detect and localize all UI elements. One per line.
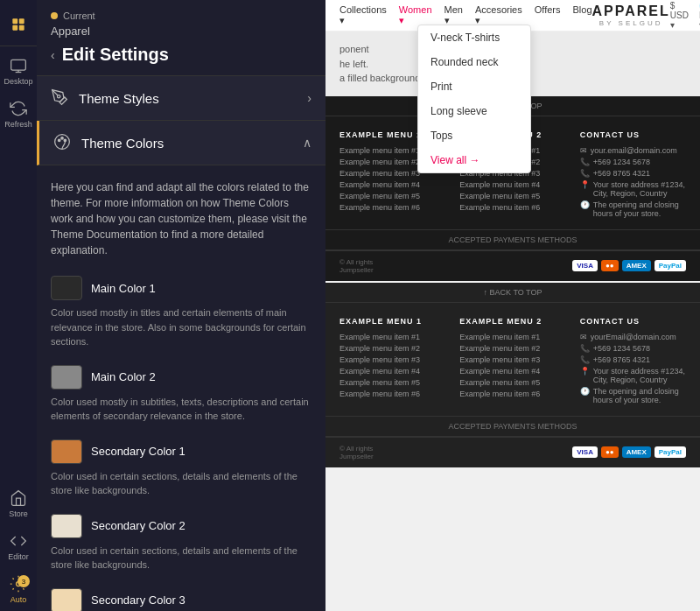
nav-men[interactable]: Men ▾ <box>444 4 463 26</box>
footer2-col-menu1: EXAMPLE MENU 1 Example menu item #1 Exam… <box>340 317 445 407</box>
footer2-col1-title: EXAMPLE MENU 1 <box>340 317 445 326</box>
footer-bottom-1: © All rights Jumpseller VISA ●● AMEX Pay… <box>326 250 700 281</box>
color-item-main-2: Main Color 2 Color used mostly in subtit… <box>51 365 312 424</box>
pay-amex-2: AMEX <box>622 446 651 458</box>
sidebar-label-store: Store <box>9 509 28 518</box>
dropdown-item-tops[interactable]: Tops <box>418 123 530 148</box>
sidebar-item-desktop[interactable]: Desktop <box>0 50 37 93</box>
nav-accessories[interactable]: Accesories ▾ <box>475 4 522 26</box>
section-label-theme-colors: Theme Colors <box>81 136 164 151</box>
store-footer-2: ↑ BACK TO TOP EXAMPLE MENU 1 Example men… <box>326 283 700 467</box>
color-header-sec-2: Secondary Color 2 <box>51 514 312 538</box>
color-swatch-sec-1[interactable] <box>51 439 82 464</box>
color-swatch-sec-3[interactable] <box>51 588 82 612</box>
color-item-secondary-1: Secondary Color 1 Color used in certain … <box>51 439 312 498</box>
pay-visa-1: VISA <box>572 260 598 271</box>
sidebar-item-store[interactable]: Store <box>0 482 37 525</box>
svg-point-8 <box>58 95 60 98</box>
pay-pp-2: PayPal <box>654 446 686 458</box>
footer-col2-item6[interactable]: Example menu item #6 <box>459 203 565 212</box>
color-item-main-1: Main Color 1 Color used mostly in titles… <box>51 276 312 349</box>
sidebar-item-auto[interactable]: 3 Auto <box>0 568 37 611</box>
back-to-top-2[interactable]: ↑ BACK TO TOP <box>326 283 700 303</box>
footer-rights-1: © All rights Jumpseller <box>340 258 374 274</box>
section-left-colors: Theme Colors <box>53 133 164 152</box>
contact-hours: 🕐The opening and closing hours of your s… <box>580 200 686 218</box>
footer-allrights: © All rights <box>340 258 374 266</box>
nav-offers[interactable]: Offers <box>535 4 561 26</box>
color-item-secondary-2: Secondary Color 2 Color used in certain … <box>51 514 312 572</box>
sidebar-item-refresh[interactable]: Refresh <box>0 93 37 136</box>
sidebar-item-editor[interactable]: Editor <box>0 525 37 568</box>
footer2-col3-title: CONTACT US <box>580 317 686 326</box>
footer-col2-item4[interactable]: Example menu item #4 <box>459 180 565 189</box>
pay-pp-1: PayPal <box>654 260 686 271</box>
nav-blog[interactable]: Blog <box>572 4 592 26</box>
section-label-theme-styles: Theme Styles <box>79 91 159 106</box>
color-desc-sec-2: Color used in certain sections, details … <box>51 544 312 572</box>
section-theme-styles[interactable]: Theme Styles › <box>37 76 326 121</box>
theme-colors-description: Here you can find and adapt all the colo… <box>51 179 312 258</box>
contact-phone1: 📞+569 1234 5678 <box>580 158 686 166</box>
dropdown-item-print[interactable]: Print <box>418 74 530 99</box>
svg-point-12 <box>64 139 66 142</box>
dropdown-item-longsleeve[interactable]: Long sleeve <box>418 99 530 123</box>
current-badge: Current <box>51 11 312 21</box>
color-name-sec-3: Secondary Color 3 <box>91 593 186 607</box>
color-header-sec-1: Secondary Color 1 <box>51 439 312 464</box>
brand-name: APPAREL <box>592 4 670 18</box>
brush-icon <box>51 88 70 108</box>
sidebar-label-desktop: Desktop <box>4 77 32 86</box>
footer2-col-menu2: EXAMPLE MENU 2 Example menu item #1 Exam… <box>459 317 565 407</box>
footer-col2-item5[interactable]: Example menu item #5 <box>459 192 565 200</box>
footer-columns-2: EXAMPLE MENU 1 Example menu item #1 Exam… <box>326 303 700 416</box>
color-desc-main-2: Color used mostly in subtitles, texts, d… <box>51 395 312 424</box>
settings-panel: Current Apparel ‹ Edit Settings Theme St… <box>37 0 326 611</box>
footer-col-contact: CONTACT US ✉your.email@domain.com 📞+569 … <box>580 130 686 221</box>
panel-title: Edit Settings <box>62 45 169 65</box>
store-preview: Collections ▾ Women ▾ Men ▾ Accesories ▾… <box>326 0 700 611</box>
sidebar-logo[interactable] <box>0 7 37 46</box>
color-desc-main-1: Color used mostly in titles and certain … <box>51 306 312 349</box>
section-left: Theme Styles <box>51 88 159 108</box>
footer-powered: Jumpseller <box>340 266 374 274</box>
nav-women[interactable]: Women ▾ <box>399 4 432 26</box>
footer2-col-contact: CONTACT US ✉yourEmail@domain.com 📞+569 1… <box>580 317 686 407</box>
dropdown-item-vneck[interactable]: V-neck T-shirts <box>418 25 530 50</box>
footer-col1-item5[interactable]: Example menu item #5 <box>340 192 445 200</box>
footer-bottom-2: © All rights Jumpseller VISA ●● AMEX Pay… <box>326 437 700 467</box>
svg-rect-4 <box>11 60 26 70</box>
sidebar-label-auto: Auto <box>10 595 27 604</box>
footer-col1-item4[interactable]: Example menu item #4 <box>340 180 445 189</box>
section-theme-colors[interactable]: Theme Colors ∧ <box>37 121 326 165</box>
store-nav-left: Collections ▾ Women ▾ Men ▾ Accesories ▾… <box>340 4 592 26</box>
panel-header: Current Apparel ‹ Edit Settings <box>37 0 326 76</box>
sidebar-label-editor: Editor <box>8 552 29 561</box>
color-swatch-sec-2[interactable] <box>51 514 82 538</box>
current-dot <box>51 12 58 19</box>
store-nav-right: $ USD ▾ 🌐 EN ▾ 🔍 Search 👤 My Account 🛒 C… <box>670 1 700 30</box>
footer-col3-title: CONTACT US <box>580 130 686 139</box>
dropdown-item-viewall[interactable]: View all → <box>418 148 530 172</box>
pay-visa-2: VISA <box>572 446 598 458</box>
color-swatch-main-2[interactable] <box>51 365 82 390</box>
color-swatch-main-1[interactable] <box>51 276 82 300</box>
nav-collections[interactable]: Collections ▾ <box>340 4 387 26</box>
color-name-sec-2: Secondary Color 2 <box>91 519 186 532</box>
payment-methods-1: VISA ●● AMEX PayPal <box>572 260 686 271</box>
sidebar-label-refresh: Refresh <box>4 120 32 129</box>
svg-rect-0 <box>12 18 18 24</box>
dropdown-item-rounded[interactable]: Rounded neck <box>418 50 530 74</box>
svg-rect-2 <box>12 25 18 31</box>
footer-col1-item6[interactable]: Example menu item #6 <box>340 203 445 212</box>
color-desc-sec-1: Color used in certain sections, details … <box>51 469 312 498</box>
color-name-sec-1: Secondary Color 1 <box>91 445 186 458</box>
payments-label-1: ACCEPTED PAYMENTS METHODS <box>326 229 700 250</box>
footer2-col2-title: EXAMPLE MENU 2 <box>459 317 565 326</box>
contact-phone2: 📞+569 8765 4321 <box>580 169 686 178</box>
nav-usd[interactable]: $ USD ▾ <box>670 1 689 30</box>
store-brand: APPAREL BY SELGUD <box>592 4 670 27</box>
back-button[interactable]: ‹ <box>51 48 55 62</box>
color-header-main-1: Main Color 1 <box>51 276 312 300</box>
chevron-up-icon: ∧ <box>303 136 312 150</box>
